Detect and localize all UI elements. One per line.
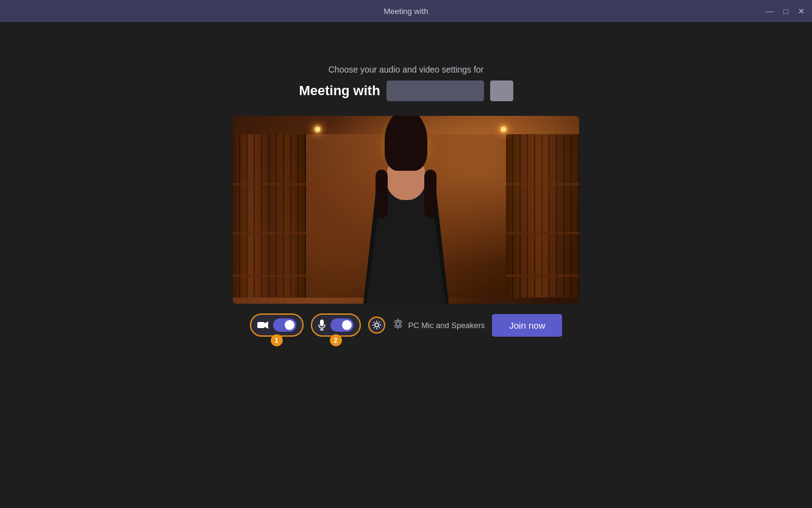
- controls-bar: 1 2: [250, 313, 563, 337]
- join-now-button[interactable]: Join now: [492, 314, 562, 337]
- window-controls: — □ ✕: [766, 7, 805, 15]
- audio-badge: 2: [330, 334, 342, 346]
- person-hair-side-left: [376, 170, 388, 218]
- svg-rect-2: [320, 320, 324, 326]
- svg-rect-0: [257, 322, 265, 328]
- bookshelf-left: [233, 134, 306, 298]
- bookshelf-right: [506, 134, 579, 298]
- svg-point-5: [375, 323, 379, 327]
- speaker-label: PC Mic and Speakers: [408, 321, 485, 330]
- video-badge: 1: [271, 334, 283, 346]
- person-hair-side-right: [424, 170, 436, 218]
- svg-line-10: [373, 322, 374, 323]
- meeting-name-box2: [490, 80, 513, 101]
- video-toggle[interactable]: [273, 318, 296, 332]
- effects-button[interactable]: [368, 317, 385, 334]
- close-button[interactable]: ✕: [798, 7, 805, 15]
- svg-line-11: [379, 327, 379, 328]
- svg-marker-1: [265, 321, 268, 329]
- maximize-button[interactable]: □: [783, 7, 788, 15]
- minimize-button[interactable]: —: [766, 7, 774, 15]
- meeting-name-redacted: [386, 80, 484, 101]
- audio-control-group: 2: [311, 313, 361, 337]
- audio-toggle-knob: [342, 320, 352, 330]
- person-hair: [385, 116, 427, 171]
- main-content: Choose your audio and video settings for…: [0, 22, 812, 337]
- video-preview: [233, 116, 579, 304]
- camera-icon: [257, 321, 268, 329]
- ceiling-light-1: [315, 127, 320, 132]
- subtitle-text: Choose your audio and video settings for: [329, 65, 484, 74]
- meeting-title-row: Meeting with: [299, 80, 513, 101]
- svg-line-12: [379, 322, 379, 323]
- ceiling-light-3: [501, 127, 506, 132]
- window-title: Meeting with: [384, 7, 429, 16]
- speaker-area: PC Mic and Speakers: [393, 318, 485, 332]
- video-control-group: 1: [250, 313, 304, 337]
- svg-point-14: [396, 322, 400, 326]
- audio-toggle[interactable]: [330, 318, 354, 332]
- gear-icon[interactable]: [393, 318, 404, 332]
- video-toggle-knob: [285, 320, 294, 330]
- meeting-title-label: Meeting with: [299, 83, 380, 99]
- person-silhouette: [357, 157, 455, 304]
- title-bar: Meeting with — □ ✕: [0, 0, 812, 22]
- microphone-icon: [318, 320, 326, 331]
- svg-line-13: [373, 327, 374, 328]
